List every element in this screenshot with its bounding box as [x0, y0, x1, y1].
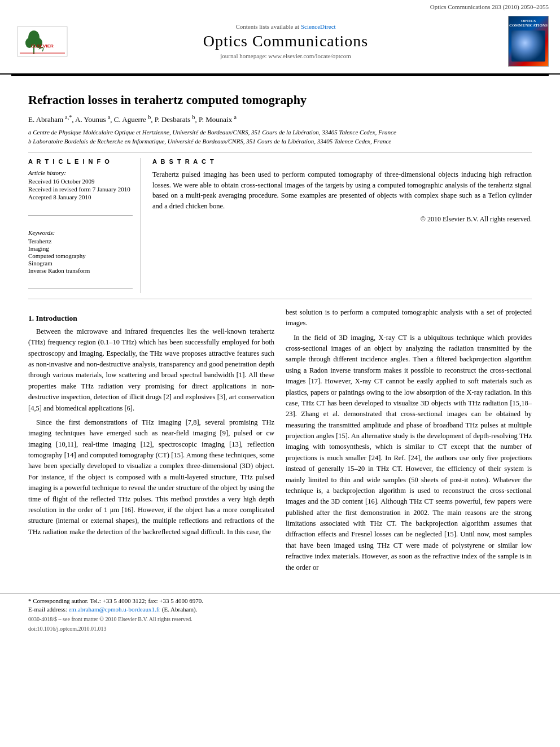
- elsevier-logo: ELSEVIER: [17, 26, 68, 57]
- info-divider-2: [28, 288, 133, 289]
- divider-2: [28, 299, 532, 299]
- sciencedirect-link[interactable]: ScienceDirect: [301, 23, 336, 30]
- cover-visual: [511, 30, 545, 62]
- article-info-panel: A R T I C L E I N F O Article history: R…: [28, 158, 141, 293]
- journal-reference: Optics Communications 283 (2010) 2050–20…: [0, 0, 560, 11]
- right-para-1: best solution is to perform a computed t…: [286, 307, 532, 329]
- cover-title-text: OPTICSCOMMUNICATIONS: [509, 19, 548, 28]
- received-date: Received 16 October 2009: [28, 178, 133, 185]
- keyword-3: Computed tomography: [28, 252, 133, 259]
- divider-1: [28, 152, 532, 152]
- accepted-date: Accepted 8 January 2010: [28, 194, 133, 200]
- article-info-title: A R T I C L E I N F O: [28, 158, 133, 165]
- keyword-2: Imaging: [28, 245, 133, 252]
- abstract-title: A B S T R A C T: [152, 158, 532, 165]
- legal-line-1: 0030-4018/$ – see front matter © 2010 El…: [28, 616, 532, 622]
- main-two-col: 1. Introduction Between the microwave an…: [28, 307, 532, 576]
- intro-para-2: Since the first demonstrations of THz im…: [28, 417, 274, 538]
- svg-text:ELSEVIER: ELSEVIER: [31, 43, 54, 49]
- page: Optics Communications 283 (2010) 2050–20…: [0, 0, 560, 747]
- keyword-1: Terahertz: [28, 238, 133, 244]
- keywords-label: Keywords:: [28, 229, 133, 236]
- article-title: Refraction losses in terahertz computed …: [28, 92, 532, 108]
- history-label: Article history:: [28, 169, 133, 176]
- right-para-2: In the field of 3D imaging, X-ray CT is …: [286, 333, 532, 573]
- affiliation-a: a Centre de Physique Moléculaire Optique…: [28, 128, 532, 137]
- journal-cover-image: OPTICSCOMMUNICATIONS: [508, 16, 549, 67]
- intro-para-1: Between the microwave and infrared frequ…: [28, 326, 274, 414]
- info-abstract-layout: A R T I C L E I N F O Article history: R…: [28, 158, 532, 293]
- keyword-5: Inverse Radon transform: [28, 267, 133, 274]
- keywords-list: Terahertz Imaging Computed tomography Si…: [28, 238, 133, 274]
- column-left: 1. Introduction Between the microwave an…: [28, 307, 274, 576]
- legal-line-2: doi:10.1016/j.optcom.2010.01.013: [28, 626, 532, 632]
- affiliation-b: b Laboratoire Bordelais de Recherche en …: [28, 137, 532, 146]
- intro-body-left: Between the microwave and infrared frequ…: [28, 326, 274, 538]
- corresponding-author-note: * Corresponding author. Tel.: +33 5 4000…: [28, 597, 532, 604]
- article-footer: * Corresponding author. Tel.: +33 5 4000…: [0, 593, 560, 635]
- authors-line: E. Abraham a,*, A. Younus a, C. Aguerre …: [28, 114, 532, 124]
- svg-rect-0: [17, 26, 68, 57]
- column-right: best solution is to perform a computed t…: [286, 307, 532, 576]
- abstract-text: Terahertz pulsed imaging has been used t…: [152, 169, 532, 212]
- header-main: ELSEVIER Contents lists available at Sci…: [0, 11, 560, 71]
- intro-body-right: best solution is to perform a computed t…: [286, 307, 532, 573]
- info-divider: [28, 215, 133, 216]
- sciencedirect-line: Contents lists available at ScienceDirec…: [79, 23, 492, 30]
- revised-date: Received in revised form 7 January 2010: [28, 186, 133, 193]
- keyword-4: Sinogram: [28, 260, 133, 267]
- journal-title-area: Contents lists available at ScienceDirec…: [73, 23, 498, 59]
- journal-cover-container: OPTICSCOMMUNICATIONS: [498, 16, 549, 67]
- email-note: E-mail address: em.abraham@cpmoh.u-borde…: [28, 606, 532, 613]
- elsevier-logo-container: ELSEVIER: [11, 26, 73, 57]
- journal-homepage: journal homepage: www.elsevier.com/locat…: [79, 53, 492, 59]
- article-body: Refraction losses in terahertz computed …: [0, 76, 560, 588]
- affiliations: a Centre de Physique Moléculaire Optique…: [28, 128, 532, 146]
- abstract-panel: A B S T R A C T Terahertz pulsed imaging…: [152, 158, 532, 293]
- intro-heading: 1. Introduction: [28, 314, 274, 323]
- email-link[interactable]: em.abraham@cpmoh.u-bordeaux1.fr: [68, 606, 160, 613]
- journal-header: Optics Communications 283 (2010) 2050–20…: [0, 0, 560, 75]
- copyright-text: © 2010 Elsevier B.V. All rights reserved…: [152, 215, 532, 224]
- journal-title: Optics Communications: [79, 32, 492, 50]
